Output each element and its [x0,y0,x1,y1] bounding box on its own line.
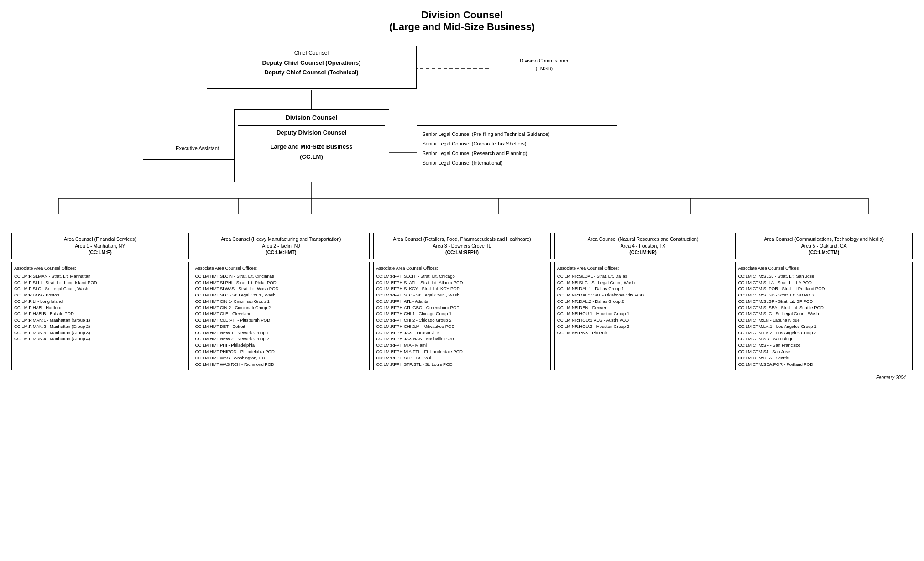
area5-title: Area Counsel (Communications, Technology… [737,236,910,243]
chief-counsel-line3: Deputy Chief Counsel (Technical) [211,68,412,78]
area1-title: Area Counsel (Financial Services) [14,236,187,243]
assoc-item: CC:LM:NR:HOU:1:AUS - Austin POD [557,317,729,323]
area5-sub: Area 5 - Oakland, CA [737,243,910,249]
div-commissioner-line1: Division Commisioner [494,57,595,65]
assoc-item: CC:LM:RFPH:ATL - Atlanta [376,298,548,305]
assoc-item: CC:LM:RFPH:JAX - Jacksonville [376,330,548,336]
assoc-item: CC:LM:F:LI - Long Island [14,298,186,305]
area4-sub: Area 4 - Houston, TX [557,243,730,249]
assoc-item: CC:LM:CTM:SLSF - Strat. Lit. SF POD [738,298,910,305]
assoc2-items: CC:LM:HMT:SLCIN - Strat. Lit. Cincinnati… [195,273,367,367]
assoc3-items: CC:LM:RFPH:SLCHI - Strat. Lit. ChicagoCC… [376,273,548,367]
assoc-item: CC:LM:RFPH:SLATL - Strat. Lit. Atlanta P… [376,280,548,286]
assoc-item: CC:LM:HMT:SLWAS - Strat. Lit. Wash POD [195,286,367,292]
assoc-item: CC:LM:HMT:SLPHI - Strat. Lit. Phila. POD [195,280,367,286]
senior-legal-box: Senior Legal Counsel (Pre-filing and Tec… [417,125,617,180]
assoc-box-4: Associate Area Counsel Offices: CC:LM:NR… [554,262,732,370]
assoc-box-3: Associate Area Counsel Offices: CC:LM:RF… [373,262,551,370]
assoc-item: CC:LM:HMT:PHI - Philadelphia [195,342,367,348]
assoc5-header: Associate Area Counsel Offices: [738,265,910,271]
division-commissioner-box: Division Commisioner (LMSB) [490,54,599,81]
chief-counsel-box: Chief Counsel Deputy Chief Counsel (Oper… [207,46,417,89]
area-col-5: Area Counsel (Communications, Technology… [735,233,913,370]
assoc-item: CC:LM:CTM:SJ - San Jose [738,348,910,355]
assoc-item: CC:LM:NR:DAL:2 - Dallas Group 2 [557,298,729,305]
assoc-item: CC:LM:NR:SLC - Sr. Legal Coun., Wash. [557,280,729,286]
assoc-item: CC:LM:F:SLMAN - Strat. Lit. Manhattan [14,273,186,280]
assoc-item: CC:LM:RFPH:JAX:NAS - Nashville POD [376,336,548,342]
assoc-item: CC:LM:HMT:CIN:2 - Cincinnati Group 2 [195,305,367,311]
assoc-item: CC:LM:CTM:SLC - Sr. Legal Coun., Wash. [738,311,910,317]
assoc-item: CC:LM:RFPH:SLCHI - Strat. Lit. Chicago [376,273,548,280]
assoc-item: CC:LM:CTM:LA:2 - Los Angeles Group 2 [738,330,910,336]
area-box-2: Area Counsel (Heavy Manufacturing and Tr… [193,233,370,259]
div-counsel-line1: Division Counsel [238,113,385,124]
area-col-3: Area Counsel (Retailers, Food, Pharmaceu… [373,233,551,370]
assoc-item: CC:LM:HMT:CLE - Cleveland [195,311,367,317]
assoc-item: CC:LM:CTM:SLSEA - Strat. Lit. Seattle PO… [738,305,910,311]
div-counsel-line4: (CC:LM) [238,152,385,162]
title-line1: Division Counsel [421,9,502,21]
assoc-item: CC:LM:HMT:CLE:PIT - Pittsburgh POD [195,317,367,323]
area1-sub: Area 1 - Manhattan, NY [14,243,187,249]
assoc-item: CC:LM:CTM:SEA - Seattle [738,355,910,361]
assoc-item: CC:LM:RFPH:MIA - Miami [376,342,548,348]
senior-legal-4: Senior Legal Counsel (International) [423,158,611,168]
area-col-4: Area Counsel (Natural Resources and Cons… [554,233,732,370]
assoc1-header: Associate Area Counsel Offices: [14,265,186,271]
assoc-item: CC:LM:CTM:SLPOR - Strat Lit Portland POD [738,286,910,292]
assoc-item: CC:LM:F:MAN:2 - Manhattan (Group 2) [14,323,186,330]
area-box-1: Area Counsel (Financial Services) Area 1… [11,233,189,259]
assoc-item: CC:LM:HMT:SLCIN - Strat. Lit. Cincinnati [195,273,367,280]
assoc-item: CC:LM:NR:HOU:2 - Houston Group 2 [557,323,729,330]
assoc-item: CC:LM:RFPH:STP - St. Paul [376,355,548,361]
area-col-2: Area Counsel (Heavy Manufacturing and Tr… [193,233,370,370]
senior-legal-2: Senior Legal Counsel (Corporate Tax Shel… [423,139,611,149]
div-counsel-line2: Deputy Division Counsel [238,128,385,138]
assoc-item: CC:LM:NR:HOU:1 - Houston Group 1 [557,311,729,317]
assoc2-header: Associate Area Counsel Offices: [195,265,367,271]
assoc-item: CC:LM:CTM:SLSJ - Strat. Lit. San Jose [738,273,910,280]
area2-title: Area Counsel (Heavy Manufacturing and Tr… [195,236,368,243]
area4-title: Area Counsel (Natural Resources and Cons… [557,236,730,243]
assoc1-items: CC:LM:F:SLMAN - Strat. Lit. ManhattanCC:… [14,273,186,342]
assoc-item: CC:LM:F:BOS - Boston [14,292,186,298]
assoc-item: CC:LM:F:MAN:1 - Manhattan (Group 1) [14,317,186,323]
assoc-item: CC:LM:RFPH:MIA:FTL - Ft. Lauderdale POD [376,348,548,355]
area2-sub: Area 2 - Iselin, NJ [195,243,368,249]
assoc-box-5: Associate Area Counsel Offices: CC:LM:CT… [735,262,913,370]
assoc-item: CC:LM:HMT:NEW:1 - Newark Group 1 [195,330,367,336]
area-box-4: Area Counsel (Natural Resources and Cons… [554,233,732,259]
assoc-item: CC:LM:RFPH:SLC - Sr. Legal Coun., Wash. [376,292,548,298]
area-col-1: Area Counsel (Financial Services) Area 1… [11,233,189,370]
assoc-item: CC:LM:CTM:LA:1 - Los Angeles Group 1 [738,323,910,330]
assoc-item: CC:LM:F:SLC - Sr. Legal Coun., Wash. [14,286,186,292]
assoc-item: CC:LM:RFPH:STP:STL - St. Louis POD [376,361,548,368]
div-counsel-line3: Large and Mid-Size Business [238,142,385,152]
assoc-item: CC:LM:CTM:LN - Laguna Niguel [738,317,910,323]
area4-code: (CC:LM:NR) [557,249,730,256]
org-chart-top: Chief Counsel Deputy Chief Counsel (Oper… [10,41,914,233]
assoc-item: CC:LM:F:HAR - Hartford [14,305,186,311]
senior-legal-3: Senior Legal Counsel (Research and Plann… [423,149,611,158]
chief-counsel-line2: Deputy Chief Counsel (Operations) [211,58,412,68]
area-box-3: Area Counsel (Retailers, Food, Pharmaceu… [373,233,551,259]
title-line2: (Large and Mid-Size Business) [389,21,535,32]
area-columns: Area Counsel (Financial Services) Area 1… [9,233,915,370]
div-commissioner-line2: (LMSB) [494,65,595,73]
area1-code: (CC:LM:F) [14,249,187,256]
assoc-item: CC:LM:HMT:DET - Detroit [195,323,367,330]
assoc-item: CC:LM:CTM:SLLA - Strat. Lit. LA POD [738,280,910,286]
assoc-item: CC:LM:NR:SLDAL - Strat. Lit. Dallas [557,273,729,280]
assoc-item: CC:LM:HMT:PHIPOD - Philadelphia POD [195,348,367,355]
chief-counsel-line1: Chief Counsel [211,49,412,57]
area-box-5: Area Counsel (Communications, Technology… [735,233,913,259]
footer-date: February 2004 [9,375,915,380]
assoc-item: CC:LM:HMT:SLC - Sr. Legal Coun., Wash. [195,292,367,298]
assoc-item: CC:LM:NR:DAL:1:OKL - Oklahoma City POD [557,292,729,298]
assoc-box-2: Associate Area Counsel Offices: CC:LM:HM… [193,262,370,370]
assoc4-header: Associate Area Counsel Offices: [557,265,729,271]
page-wrapper: Division Counsel (Large and Mid-Size Bus… [9,9,915,380]
assoc-item: CC:LM:F:MAN:3 - Manhattan (Group 3) [14,330,186,336]
assoc-box-1: Associate Area Counsel Offices: CC:LM:F:… [11,262,189,370]
